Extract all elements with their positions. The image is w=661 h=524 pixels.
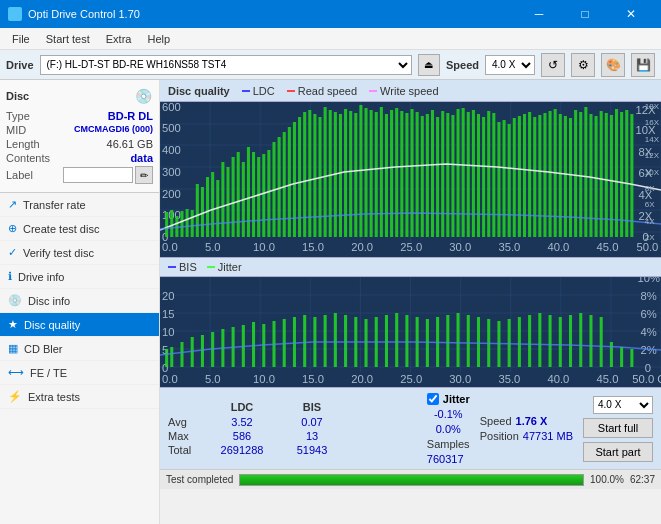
label-input[interactable] [63, 167, 133, 183]
length-value: 46.61 GB [107, 138, 153, 150]
svg-rect-121 [549, 111, 552, 237]
svg-rect-77 [324, 107, 327, 237]
svg-text:20: 20 [162, 290, 174, 302]
close-button[interactable]: ✕ [609, 0, 653, 28]
svg-rect-181 [201, 335, 204, 367]
svg-rect-109 [487, 111, 490, 237]
svg-rect-212 [518, 317, 521, 367]
sidebar-item-verify-test-disc[interactable]: ✓ Verify test disc [0, 241, 159, 265]
svg-rect-194 [334, 313, 337, 367]
svg-rect-136 [625, 110, 628, 237]
svg-rect-89 [385, 114, 388, 237]
speed-select-stats[interactable]: 4.0 X [593, 396, 653, 414]
svg-rect-64 [257, 157, 260, 237]
menu-help[interactable]: Help [139, 31, 178, 47]
svg-rect-222 [620, 347, 623, 367]
svg-rect-200 [395, 313, 398, 367]
progress-bar-container [239, 474, 584, 486]
svg-rect-72 [298, 117, 301, 237]
y-label-14x: 14X [645, 135, 659, 144]
svg-rect-215 [549, 315, 552, 367]
svg-rect-124 [564, 116, 567, 237]
svg-text:10%: 10% [637, 277, 660, 284]
svg-text:400: 400 [162, 144, 181, 156]
read-color-dot [287, 90, 295, 92]
svg-text:0.0: 0.0 [162, 373, 178, 385]
sidebar-item-transfer-rate[interactable]: ↗ Transfer rate [0, 193, 159, 217]
svg-text:600: 600 [162, 102, 181, 113]
svg-rect-112 [503, 120, 506, 237]
legend-write: Write speed [369, 85, 439, 97]
svg-rect-99 [436, 117, 439, 237]
nav-label-extra-tests: Extra tests [28, 391, 151, 403]
nav-label-disc-quality: Disc quality [24, 319, 151, 331]
svg-rect-213 [528, 315, 531, 367]
jitter-samples-label: Samples [427, 438, 470, 450]
svg-rect-75 [313, 114, 316, 237]
menu-extra[interactable]: Extra [98, 31, 140, 47]
menu-file[interactable]: File [4, 31, 38, 47]
drive-bar: Drive (F:) HL-DT-ST BD-RE WH16NS58 TST4 … [0, 50, 661, 80]
speed-select-drive[interactable]: 4.0 X [485, 55, 535, 75]
bis-chart-header: BIS Jitter [160, 257, 661, 277]
start-full-button[interactable]: Start full [583, 418, 653, 438]
svg-text:40.0: 40.0 [548, 373, 570, 385]
sidebar-item-disc-quality[interactable]: ★ Disc quality [0, 313, 159, 337]
svg-rect-82 [349, 111, 352, 237]
sidebar-item-drive-info[interactable]: ℹ Drive info [0, 265, 159, 289]
max-label: Max [168, 430, 200, 442]
svg-rect-219 [589, 315, 592, 367]
svg-text:4%: 4% [641, 326, 657, 338]
position-label: Position [480, 430, 519, 442]
svg-rect-220 [600, 317, 603, 367]
drive-select[interactable]: (F:) HL-DT-ST BD-RE WH16NS58 TST4 [40, 55, 412, 75]
svg-rect-223 [630, 349, 633, 367]
disc-heading: Disc [6, 90, 29, 102]
legend-read-text: Read speed [298, 85, 357, 97]
svg-text:30.0: 30.0 [449, 241, 471, 253]
svg-text:45.0: 45.0 [597, 241, 619, 253]
save-button[interactable]: 💾 [631, 53, 655, 77]
svg-rect-179 [180, 342, 183, 367]
sidebar-item-cd-bler[interactable]: ▦ CD Bler [0, 337, 159, 361]
bis-color-dot [168, 266, 176, 268]
svg-rect-218 [579, 313, 582, 367]
svg-rect-93 [405, 113, 408, 237]
sidebar-item-disc-info[interactable]: 💿 Disc info [0, 289, 159, 313]
settings-button[interactable]: ⚙ [571, 53, 595, 77]
svg-rect-113 [508, 124, 511, 237]
sidebar-item-fe-te[interactable]: ⟷ FE / TE [0, 361, 159, 385]
svg-rect-119 [538, 115, 541, 237]
svg-rect-191 [303, 315, 306, 367]
total-label: Total [168, 444, 200, 456]
minimize-button[interactable]: ─ [517, 0, 561, 28]
avg-bis: 0.07 [284, 416, 340, 428]
eject-button[interactable]: ⏏ [418, 54, 440, 76]
mid-label: MID [6, 124, 26, 136]
label-edit-button[interactable]: ✏ [135, 166, 153, 184]
y-label-6x: 6X [645, 200, 659, 209]
maximize-button[interactable]: □ [563, 0, 607, 28]
color-button[interactable]: 🎨 [601, 53, 625, 77]
app-icon [8, 7, 22, 21]
sidebar-item-extra-tests[interactable]: ⚡ Extra tests [0, 385, 159, 409]
svg-rect-186 [252, 322, 255, 367]
svg-rect-104 [462, 108, 465, 237]
svg-rect-177 [165, 349, 168, 367]
start-part-button[interactable]: Start part [583, 442, 653, 462]
drive-label: Drive [6, 59, 34, 71]
menu-start-test[interactable]: Start test [38, 31, 98, 47]
stats-table: LDC BIS Avg 3.52 0.07 Max 586 13 Total 2… [168, 401, 427, 456]
progress-time: 62:37 [630, 474, 655, 485]
refresh-button[interactable]: ↺ [541, 53, 565, 77]
svg-text:5.0: 5.0 [205, 373, 221, 385]
sidebar-item-create-test-disc[interactable]: ⊕ Create test disc [0, 217, 159, 241]
jitter-checkbox[interactable] [427, 393, 439, 405]
svg-text:40.0: 40.0 [548, 241, 570, 253]
svg-rect-52 [196, 184, 199, 237]
ldc-header: LDC [206, 401, 278, 413]
svg-rect-114 [513, 118, 516, 237]
svg-rect-217 [569, 315, 572, 367]
svg-rect-98 [431, 110, 434, 237]
legend-bis: BIS [168, 261, 197, 273]
